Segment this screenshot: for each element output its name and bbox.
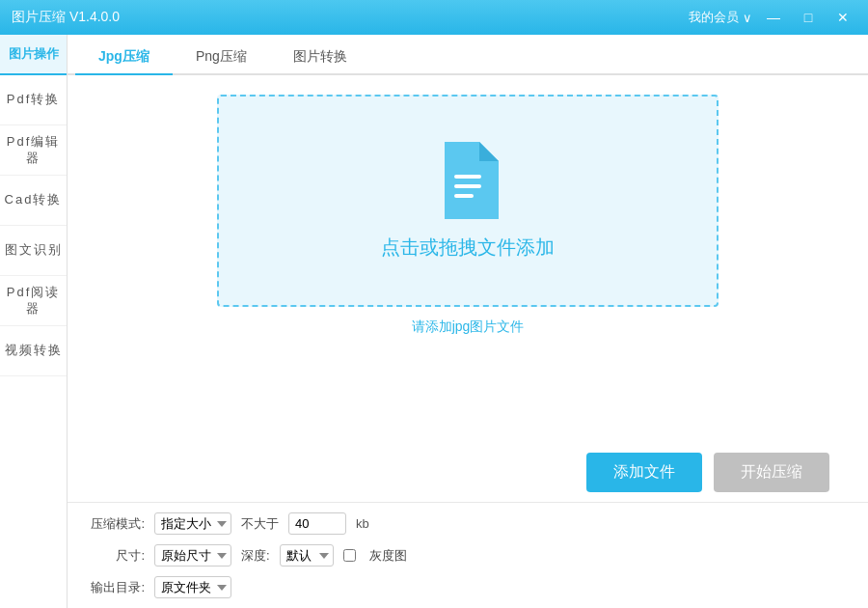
sidebar-item-label: 图片操作 xyxy=(9,45,59,63)
size-unit-label: kb xyxy=(356,516,369,531)
grayscale-label: 灰度图 xyxy=(369,547,407,565)
titlebar: 图片压缩 V1.4.0.0 我的会员 ∨ — □ ✕ xyxy=(0,0,868,35)
output-select[interactable]: 原文件夹 自定义 xyxy=(154,576,231,598)
tabbar: Jpg压缩 Png压缩 图片转换 xyxy=(68,35,868,75)
sidebar-item-ocr[interactable]: 图文识别 xyxy=(0,226,67,276)
sidebar-item-label: Cad转换 xyxy=(5,192,63,208)
sidebar-item-label: Pdf编辑器 xyxy=(0,134,67,167)
settings-row-dimension: 尺寸: 原始尺寸 自定义 深度: 默认 8位 16位 灰度图 xyxy=(87,544,849,567)
sidebar-item-label: Pdf转换 xyxy=(7,92,61,108)
sidebar-item-pdf-reader[interactable]: Pdf阅读器 xyxy=(0,276,67,326)
tab-convert[interactable]: 图片转换 xyxy=(270,41,370,75)
drop-zone[interactable]: 点击或拖拽文件添加 xyxy=(217,95,719,307)
settings-row-output: 输出目录: 原文件夹 自定义 xyxy=(87,576,849,598)
sidebar-item-video-convert[interactable]: 视频转换 xyxy=(0,326,67,376)
tab-png-label: Png压缩 xyxy=(196,48,247,64)
content-area: Jpg压缩 Png压缩 图片转换 xyxy=(68,35,868,608)
sidebar-item-cad-convert[interactable]: Cad转换 xyxy=(0,176,67,226)
output-label: 输出目录: xyxy=(87,579,145,596)
tab-jpg[interactable]: Jpg压缩 xyxy=(75,41,173,75)
drop-hint: 请添加jpg图片文件 xyxy=(412,318,525,336)
compress-mode-label: 压缩模式: xyxy=(87,515,145,533)
settings-row-compress: 压缩模式: 指定大小 指定质量 无损压缩 不大于 kb xyxy=(87,512,849,535)
action-bar: 添加文件 开始压缩 xyxy=(68,443,868,502)
member-button[interactable]: 我的会员 ∨ xyxy=(689,9,752,26)
grayscale-checkbox[interactable] xyxy=(343,549,356,562)
sidebar-item-label: Pdf阅读器 xyxy=(0,285,67,318)
svg-rect-0 xyxy=(454,175,481,179)
app-title: 图片压缩 V1.4.0.0 xyxy=(12,9,120,26)
sidebar-item-label: 图文识别 xyxy=(5,242,63,259)
sidebar-item-image-ops[interactable]: 图片操作 xyxy=(0,35,67,75)
close-button[interactable]: ✕ xyxy=(829,4,856,31)
size-prefix-label: 不大于 xyxy=(241,515,279,533)
size-value-input[interactable] xyxy=(288,512,346,535)
dimension-label: 尺寸: xyxy=(87,547,145,565)
dimension-select[interactable]: 原始尺寸 自定义 xyxy=(154,544,231,567)
sidebar: 图片操作 Pdf转换 Pdf编辑器 Cad转换 图文识别 Pdf阅读器 视频转换 xyxy=(0,35,68,608)
document-icon xyxy=(437,142,499,219)
compress-mode-select[interactable]: 指定大小 指定质量 无损压缩 xyxy=(154,512,231,535)
settings-area: 压缩模式: 指定大小 指定质量 无损压缩 不大于 kb 尺寸: 原始尺寸 自定义… xyxy=(68,502,868,608)
drop-zone-text: 点击或拖拽文件添加 xyxy=(381,235,555,261)
sidebar-item-label: 视频转换 xyxy=(5,343,63,359)
tab-png[interactable]: Png压缩 xyxy=(173,41,270,75)
sidebar-item-pdf-convert[interactable]: Pdf转换 xyxy=(0,75,67,125)
start-compress-button[interactable]: 开始压缩 xyxy=(714,453,829,492)
svg-rect-1 xyxy=(454,184,481,188)
add-file-button[interactable]: 添加文件 xyxy=(586,453,702,492)
depth-select[interactable]: 默认 8位 16位 xyxy=(280,544,334,567)
titlebar-right: 我的会员 ∨ — □ ✕ xyxy=(689,4,856,31)
minimize-button[interactable]: — xyxy=(760,4,787,31)
tab-jpg-label: Jpg压缩 xyxy=(98,48,149,64)
member-label: 我的会员 xyxy=(689,9,739,26)
depth-label: 深度: xyxy=(241,547,270,565)
sidebar-item-pdf-editor[interactable]: Pdf编辑器 xyxy=(0,125,67,176)
chevron-down-icon: ∨ xyxy=(743,11,752,25)
maximize-button[interactable]: □ xyxy=(795,4,822,31)
main-layout: 图片操作 Pdf转换 Pdf编辑器 Cad转换 图文识别 Pdf阅读器 视频转换… xyxy=(0,35,868,608)
tab-convert-label: 图片转换 xyxy=(293,48,347,64)
svg-rect-2 xyxy=(454,194,474,198)
drop-zone-wrapper: 点击或拖拽文件添加 请添加jpg图片文件 xyxy=(68,75,868,443)
